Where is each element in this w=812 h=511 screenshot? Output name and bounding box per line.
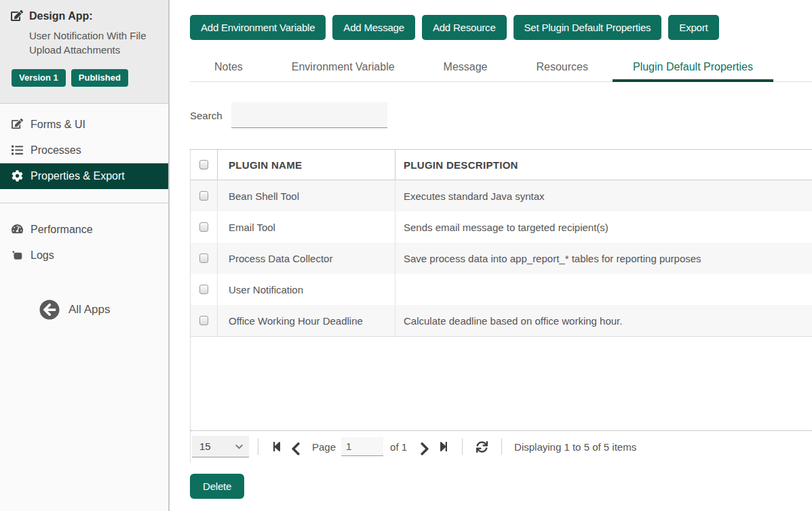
table-row[interactable]: Email Tool Sends email message to target… bbox=[191, 211, 812, 243]
all-apps-link[interactable]: All Apps bbox=[39, 300, 168, 320]
next-page-icon bbox=[420, 441, 429, 452]
tachometer-icon bbox=[12, 224, 23, 235]
page-of-label: of 1 bbox=[390, 441, 407, 453]
table-row[interactable]: Process Data Collector Save process data… bbox=[191, 243, 812, 274]
add-message-button[interactable]: Add Message bbox=[332, 15, 415, 40]
table-header-row: PLUGIN NAME PLUGIN DESCRIPTION bbox=[191, 149, 812, 180]
search-row: Search bbox=[190, 102, 812, 128]
plugin-description-cell: Executes standard Java syntax bbox=[395, 180, 812, 211]
footer-actions: Delete bbox=[190, 474, 812, 499]
version-badge: Version 1 bbox=[12, 69, 66, 87]
refresh-icon bbox=[476, 441, 488, 453]
row-checkbox-cell bbox=[191, 211, 218, 243]
sidebar-divider bbox=[0, 203, 168, 203]
row-checkbox-cell bbox=[191, 305, 218, 336]
table-body: Bean Shell Tool Executes standard Java s… bbox=[191, 180, 812, 336]
chevron-down-icon bbox=[235, 443, 243, 450]
sidebar-item-logs[interactable]: Logs bbox=[0, 243, 168, 268]
row-checkbox[interactable] bbox=[199, 316, 208, 325]
tab-notes[interactable]: Notes bbox=[190, 54, 267, 82]
plugin-table: PLUGIN NAME PLUGIN DESCRIPTION Bean Shel… bbox=[190, 149, 812, 462]
display-status: Displaying 1 to 5 of 5 items bbox=[514, 441, 636, 453]
tab-plugin-default-properties[interactable]: Plugin Default Properties bbox=[613, 54, 773, 82]
plugin-name-cell: User Notification bbox=[218, 274, 395, 305]
select-all-checkbox[interactable] bbox=[199, 160, 208, 169]
plugin-name-cell: Process Data Collector bbox=[218, 243, 395, 274]
sidebar-item-processes[interactable]: Processes bbox=[0, 138, 168, 163]
plugin-description-cell: Sends email message to targeted recipien… bbox=[395, 211, 812, 243]
sidebar-item-label: Performance bbox=[31, 224, 93, 236]
plugin-name-cell: Bean Shell Tool bbox=[218, 180, 395, 211]
main-content: Add Environment Variable Add Message Add… bbox=[171, 0, 812, 511]
first-page-icon bbox=[272, 441, 282, 452]
row-checkbox-cell bbox=[191, 180, 218, 211]
delete-button[interactable]: Delete bbox=[190, 474, 244, 499]
plugin-name-cell: Email Tool bbox=[218, 211, 395, 243]
gear-icon bbox=[12, 170, 23, 182]
table-empty-area bbox=[191, 336, 812, 430]
row-checkbox-cell bbox=[191, 274, 218, 305]
sidebar: Design App: User Notification With File … bbox=[0, 0, 170, 511]
row-checkbox-cell bbox=[191, 243, 218, 274]
row-checkbox[interactable] bbox=[199, 253, 208, 263]
plugin-description-cell: Save process data into app_report_* tabl… bbox=[395, 243, 812, 274]
plugin-description-header: PLUGIN DESCRIPTION bbox=[395, 150, 812, 180]
search-input[interactable] bbox=[231, 102, 387, 128]
plugin-description-cell: Calculate deadline based on office worki… bbox=[395, 305, 812, 336]
design-app-title: Design App: bbox=[29, 10, 93, 22]
header-checkbox-cell bbox=[191, 150, 218, 180]
table-row[interactable]: Bean Shell Tool Executes standard Java s… bbox=[191, 180, 812, 211]
published-badge: Published bbox=[71, 69, 128, 87]
plugin-name-cell: Office Working Hour Deadline bbox=[218, 305, 395, 336]
table-row[interactable]: User Notification bbox=[191, 274, 812, 305]
prev-page-icon bbox=[291, 441, 301, 452]
logs-icon bbox=[12, 249, 23, 261]
sidebar-item-label: Forms & UI bbox=[31, 119, 85, 131]
page-label: Page bbox=[312, 441, 336, 453]
list-icon bbox=[12, 144, 23, 156]
all-apps-label: All Apps bbox=[69, 303, 110, 316]
toolbar: Add Environment Variable Add Message Add… bbox=[190, 15, 812, 40]
tab-message[interactable]: Message bbox=[419, 54, 512, 82]
row-checkbox[interactable] bbox=[199, 191, 208, 201]
arrow-left-circle-icon bbox=[39, 300, 60, 320]
add-environment-variable-button[interactable]: Add Environment Variable bbox=[190, 15, 326, 40]
pagination-bar: 15 Page of 1 bbox=[191, 430, 812, 462]
sidebar-item-label: Processes bbox=[31, 144, 81, 157]
previous-page-button[interactable] bbox=[291, 441, 301, 452]
set-plugin-default-properties-button[interactable]: Set Plugin Default Properties bbox=[514, 15, 662, 40]
row-checkbox[interactable] bbox=[199, 222, 208, 232]
add-resource-button[interactable]: Add Resource bbox=[422, 15, 507, 40]
tab-environment-variable[interactable]: Environment Variable bbox=[267, 54, 419, 82]
pagination-divider bbox=[501, 438, 502, 455]
pagination-divider bbox=[258, 438, 258, 455]
refresh-button[interactable] bbox=[476, 441, 488, 453]
edit-icon bbox=[11, 10, 23, 22]
page-number-input[interactable] bbox=[341, 437, 383, 456]
sidebar-item-performance[interactable]: Performance bbox=[0, 217, 168, 243]
sidebar-item-forms-ui[interactable]: Forms & UI bbox=[0, 112, 168, 138]
plugin-name-header: PLUGIN NAME bbox=[218, 150, 395, 180]
tab-resources[interactable]: Resources bbox=[512, 54, 613, 82]
sidebar-item-properties-export[interactable]: Properties & Export bbox=[0, 163, 168, 189]
edit-icon bbox=[12, 119, 23, 130]
sidebar-item-label: Properties & Export bbox=[31, 170, 125, 182]
tab-bar: Notes Environment Variable Message Resou… bbox=[190, 54, 812, 82]
export-button[interactable]: Export bbox=[668, 15, 718, 40]
plugin-description-cell bbox=[395, 274, 812, 305]
design-app-header: Design App: User Notification With File … bbox=[0, 0, 168, 104]
page-size-select[interactable]: 15 bbox=[192, 436, 249, 457]
last-page-icon bbox=[439, 441, 448, 452]
app-name: User Notification With File Upload Attac… bbox=[29, 28, 148, 57]
last-page-button[interactable] bbox=[439, 441, 448, 452]
pagination-divider bbox=[462, 438, 463, 455]
next-page-button[interactable] bbox=[420, 441, 429, 452]
sidebar-item-label: Logs bbox=[31, 249, 54, 262]
sidebar-menu: Forms & UI Processes Properties & Export… bbox=[0, 104, 168, 268]
row-checkbox[interactable] bbox=[199, 285, 208, 294]
table-row[interactable]: Office Working Hour Deadline Calculate d… bbox=[191, 305, 812, 336]
page-size-value: 15 bbox=[199, 441, 211, 452]
search-label: Search bbox=[190, 110, 223, 121]
first-page-button[interactable] bbox=[272, 441, 282, 452]
